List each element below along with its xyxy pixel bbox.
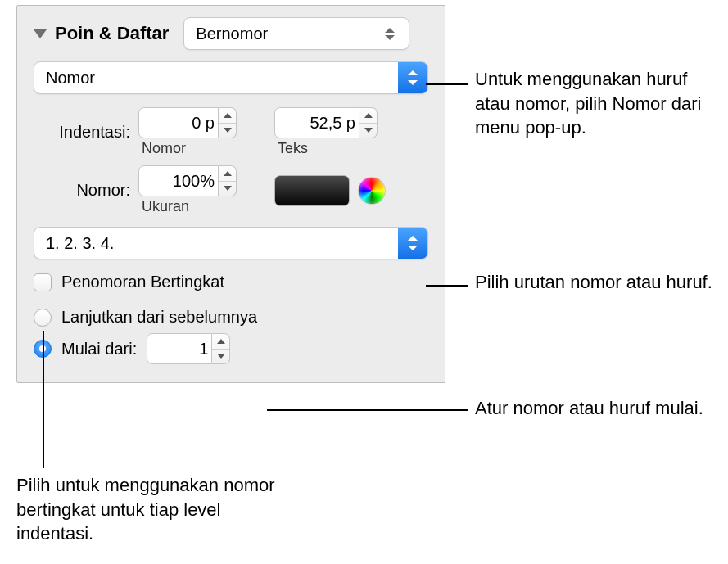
- callout-leader-line: [267, 409, 468, 411]
- number-format-value: Nomor: [34, 69, 398, 88]
- step-up-icon[interactable]: [219, 108, 236, 124]
- step-down-icon[interactable]: [359, 124, 377, 138]
- step-down-icon[interactable]: [219, 124, 236, 138]
- start-from-row: Mulai dari:: [34, 333, 428, 364]
- callout-leader-line: [43, 331, 44, 468]
- continue-from-previous-row: Lanjutkan dari sebelumnya: [34, 308, 428, 327]
- number-size-stepper[interactable]: [138, 165, 237, 196]
- indent-text-sublabel: Teks: [278, 140, 308, 157]
- tiered-numbering-label: Penomoran Bertingkat: [61, 273, 224, 291]
- step-down-icon[interactable]: [219, 182, 236, 196]
- color-wheel-icon[interactable]: [358, 177, 386, 205]
- callout-leader-line: [426, 83, 468, 85]
- step-down-icon[interactable]: [212, 350, 229, 364]
- chevron-updown-icon: [398, 62, 427, 93]
- stepper-buttons[interactable]: [212, 333, 230, 364]
- indent-label: Indentasi:: [34, 123, 130, 142]
- callout-text-4: Pilih untuk menggunakan nomor bertingkat…: [16, 473, 278, 546]
- number-size-input[interactable]: [138, 165, 219, 196]
- number-size-label: Nomor:: [34, 181, 130, 200]
- indent-number-input[interactable]: [138, 107, 219, 138]
- callout-text-1: Untuk menggunakan huruf atau nomor, pili…: [475, 67, 721, 140]
- disclosure-triangle-icon[interactable]: [34, 29, 47, 38]
- number-size-sublabel: Ukuran: [142, 198, 189, 215]
- start-from-label: Mulai dari:: [61, 340, 137, 359]
- chevron-updown-icon: [382, 26, 397, 41]
- step-up-icon[interactable]: [359, 108, 377, 124]
- callout-leader-line: [426, 285, 468, 287]
- tiered-numbering-row: Penomoran Bertingkat: [34, 273, 428, 291]
- list-type-popup[interactable]: Bernomor: [183, 17, 409, 50]
- stepper-buttons[interactable]: [219, 107, 237, 138]
- step-up-icon[interactable]: [219, 166, 236, 182]
- section-header: Poin & Daftar Bernomor: [34, 17, 428, 50]
- start-from-input[interactable]: [147, 333, 212, 364]
- continue-radio[interactable]: [34, 309, 52, 327]
- step-up-icon[interactable]: [212, 334, 229, 350]
- number-color-swatch[interactable]: [274, 175, 350, 206]
- start-from-stepper[interactable]: [147, 333, 230, 364]
- section-title: Poin & Daftar: [55, 23, 169, 44]
- indent-text-stepper[interactable]: [274, 107, 378, 138]
- indent-row: Indentasi: Nomor Teks: [34, 107, 428, 157]
- indent-number-sublabel: Nomor: [142, 140, 186, 157]
- continue-radio-label: Lanjutkan dari sebelumnya: [61, 308, 257, 327]
- chevron-updown-icon: [398, 228, 427, 259]
- number-sequence-value: 1. 2. 3. 4.: [34, 234, 398, 253]
- stepper-buttons[interactable]: [219, 165, 237, 196]
- bullets-lists-panel: Poin & Daftar Bernomor Nomor Indentasi: …: [16, 5, 445, 383]
- number-size-row: Nomor: Ukuran: [34, 165, 428, 215]
- number-format-popup[interactable]: Nomor: [34, 61, 428, 94]
- indent-text-input[interactable]: [274, 107, 359, 138]
- indent-number-stepper[interactable]: [138, 107, 237, 138]
- stepper-buttons[interactable]: [359, 107, 378, 138]
- list-type-value: Bernomor: [196, 25, 268, 43]
- callout-text-3: Atur nomor atau huruf mulai.: [475, 396, 721, 421]
- number-sequence-popup[interactable]: 1. 2. 3. 4.: [34, 227, 428, 259]
- callout-text-2: Pilih urutan nomor atau huruf.: [475, 270, 721, 295]
- tiered-numbering-checkbox[interactable]: [34, 273, 52, 291]
